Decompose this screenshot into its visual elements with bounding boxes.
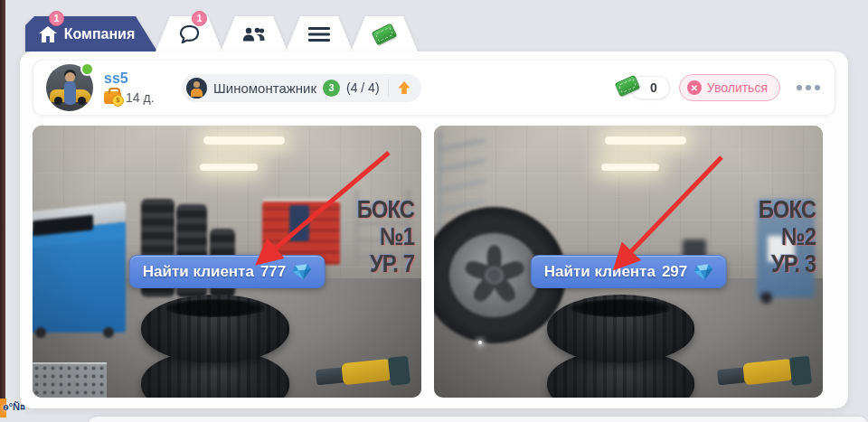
online-status-dot: [80, 62, 94, 76]
home-icon: [39, 26, 57, 42]
box-2-label: БОКС№2УР. 3: [759, 196, 816, 277]
tab-company-label: Компания: [64, 26, 136, 42]
tab-bar: Компания 1 1: [25, 16, 418, 52]
company-notification-badge: 1: [49, 11, 64, 26]
garage-box-1-image: БОКС№1УР. 7 Найти клиента777: [33, 126, 421, 398]
tab-orders[interactable]: [286, 16, 353, 52]
chat-notification-badge: 1: [192, 11, 207, 26]
window-edge: [0, 0, 5, 400]
tab-chat[interactable]: [156, 16, 222, 52]
next-section-card-edge: [88, 417, 868, 422]
list-icon: [308, 26, 330, 42]
find-client-button-2[interactable]: Найти клиента297: [531, 255, 727, 288]
close-icon: ✕: [687, 80, 702, 95]
profession-icon: [186, 78, 207, 98]
box-1-label: БОКС№1УР. 7: [357, 196, 414, 277]
profession-pill: Шиномонтажник 3 (4 / 4): [182, 74, 421, 102]
garage-box-2-image: БОКС№2УР. 3 Найти клиента297: [434, 126, 823, 398]
people-icon: [242, 26, 266, 42]
chat-icon: [179, 25, 200, 43]
tab-tickets[interactable]: [351, 16, 418, 52]
gem-icon: [291, 262, 312, 281]
upgrade-button[interactable]: [397, 80, 411, 95]
find-client-button-1[interactable]: Найти клиента777: [129, 255, 326, 288]
profession-capacity: (4 / 4): [346, 80, 380, 95]
up-arrow-icon: [397, 80, 411, 95]
ticket-counter: 0: [630, 76, 670, 99]
ticket-icon: [372, 23, 398, 45]
divider: [388, 79, 389, 97]
contract-days: 14 д.: [126, 90, 155, 105]
tab-company[interactable]: Компания: [25, 16, 157, 52]
company-panel: ss5 14 д. Шиномонтажник 3 (4 / 4) 0 ✕ Ув…: [20, 52, 848, 408]
more-menu-button[interactable]: [795, 80, 822, 96]
profession-level-badge: 3: [323, 80, 340, 97]
quit-button[interactable]: ✕ Уволиться: [679, 74, 780, 101]
profession-name: Шиномонтажник: [213, 80, 316, 96]
salary-bag-icon: [104, 91, 121, 104]
tab-members[interactable]: [221, 16, 288, 52]
gem-icon: [693, 262, 713, 281]
username: ss5: [104, 70, 162, 87]
employee-card: ss5 14 д. Шиномонтажник 3 (4 / 4) 0 ✕ Ув…: [33, 60, 835, 116]
quit-button-label: Уволиться: [707, 80, 768, 95]
